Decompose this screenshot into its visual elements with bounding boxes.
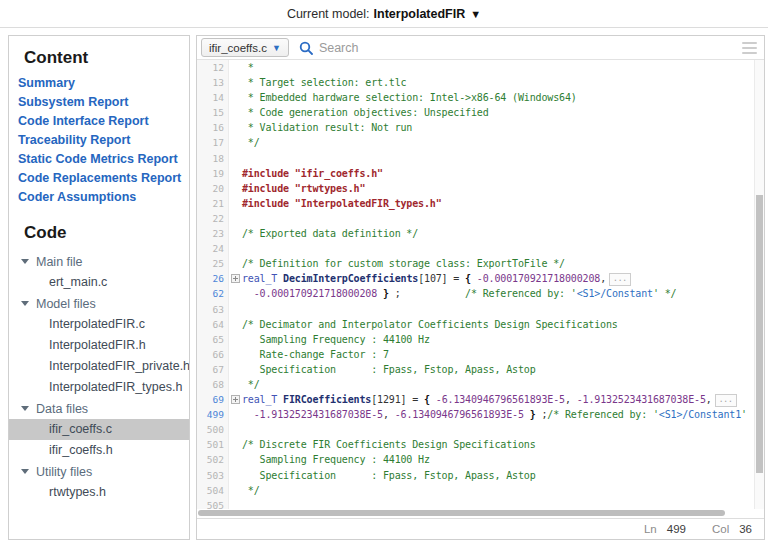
column-number-value: 36 bbox=[739, 523, 752, 535]
file-selector-label: ifir_coeffs.c bbox=[209, 42, 267, 54]
line-label: Ln bbox=[644, 523, 657, 535]
line-number: 22 bbox=[197, 211, 229, 226]
code-lines: 12 *13 * Target selection: ert.tlc14 * E… bbox=[197, 60, 754, 509]
code-line: 69real_T FIRCoefficients[1291] = { -6.13… bbox=[197, 392, 754, 407]
file-item-interpolatedfir-types-h[interactable]: InterpolatedFIR_types.h bbox=[9, 377, 189, 398]
code-reference-link[interactable]: <S1>/Constant1 bbox=[659, 409, 741, 420]
fold-column bbox=[229, 105, 242, 120]
collapse-triangle-icon bbox=[21, 406, 29, 411]
fold-column bbox=[229, 332, 242, 347]
code-line: 19#include "ifir_coeffs.h" bbox=[197, 166, 754, 181]
code-line: 20#include "rtwtypes.h" bbox=[197, 181, 754, 196]
code-text: -0.000170921718000208 } ; /* Referenced … bbox=[242, 286, 676, 301]
collapse-triangle-icon bbox=[21, 301, 29, 306]
code-line: 66 Rate-change Factor : 7 bbox=[197, 347, 754, 362]
code-line: 14 * Embedded hardware selection: Intel-… bbox=[197, 90, 754, 105]
code-fold-expand-icon[interactable] bbox=[231, 395, 240, 404]
code-fold-expand-icon[interactable] bbox=[231, 274, 240, 283]
file-item-rtwtypes-h[interactable]: rtwtypes.h bbox=[9, 482, 189, 503]
code-line: 12 * bbox=[197, 60, 754, 75]
code-reference-link[interactable]: <S1>/Constant bbox=[577, 288, 653, 299]
line-number: 18 bbox=[197, 151, 229, 166]
file-item-ert-main-c[interactable]: ert_main.c bbox=[9, 272, 189, 293]
tree-section-main-file[interactable]: Main file bbox=[9, 251, 189, 272]
code-line: 26real_T DecimInterpCoefficients[107] = … bbox=[197, 271, 754, 286]
line-number: 65 bbox=[197, 332, 229, 347]
content-link-static-code-metrics-report[interactable]: Static Code Metrics Report bbox=[18, 150, 189, 169]
line-number: 64 bbox=[197, 317, 229, 332]
code-line: 67 Specification : Fpass, Fstop, Apass, … bbox=[197, 362, 754, 377]
line-number: 15 bbox=[197, 105, 229, 120]
code-viewer: 12 *13 * Target selection: ert.tlc14 * E… bbox=[197, 60, 764, 509]
fold-column bbox=[229, 151, 242, 166]
code-line: 65 Sampling Frequency : 44100 Hz bbox=[197, 332, 754, 347]
search-input[interactable] bbox=[319, 41, 733, 55]
line-number: 19 bbox=[197, 166, 229, 181]
content-link-code-interface-report[interactable]: Code Interface Report bbox=[18, 112, 189, 131]
line-number: 20 bbox=[197, 181, 229, 196]
line-number: 505 bbox=[197, 498, 229, 509]
line-number: 62 bbox=[197, 286, 229, 301]
code-line: 62 -0.000170921718000208 } ; /* Referenc… bbox=[197, 286, 754, 301]
file-item-interpolatedfir-c[interactable]: InterpolatedFIR.c bbox=[9, 314, 189, 335]
content-link-traceability-report[interactable]: Traceability Report bbox=[18, 131, 189, 150]
fold-column bbox=[229, 407, 242, 422]
menu-icon[interactable] bbox=[741, 39, 758, 57]
content-heading: Content bbox=[9, 42, 189, 72]
code-text: #include "ifir_coeffs.h" bbox=[242, 166, 383, 181]
code-text: Specification : Fpass, Fstop, Apass, Ast… bbox=[242, 468, 536, 483]
horizontal-scrollbar-thumb[interactable] bbox=[198, 510, 725, 516]
code-text: #include "rtwtypes.h" bbox=[242, 181, 365, 196]
model-selector[interactable]: Current model: InterpolatedFIR ▼ bbox=[0, 0, 768, 28]
content-link-summary[interactable]: Summary bbox=[18, 74, 189, 93]
code-text: */ bbox=[242, 377, 260, 392]
tree-section-label: Model files bbox=[36, 297, 96, 311]
collapsed-code-ellipsis[interactable]: ... bbox=[609, 273, 631, 286]
fold-column bbox=[229, 120, 242, 135]
code-line: 17 */ bbox=[197, 135, 754, 150]
file-item-ifir-coeffs-c[interactable]: ifir_coeffs.c bbox=[9, 419, 189, 440]
line-number: 14 bbox=[197, 90, 229, 105]
horizontal-scrollbar[interactable] bbox=[197, 509, 764, 518]
code-text: * Validation result: Not run bbox=[242, 120, 412, 135]
content-link-code-replacements-report[interactable]: Code Replacements Report bbox=[18, 169, 189, 188]
code-line: 21#include "InterpolatedFIR_types.h" bbox=[197, 196, 754, 211]
tree-section-data-files[interactable]: Data files bbox=[9, 398, 189, 419]
model-dropdown-caret-icon: ▼ bbox=[470, 8, 481, 20]
tree-section-utility-files[interactable]: Utility files bbox=[9, 461, 189, 482]
fold-column bbox=[229, 226, 242, 241]
line-number: 502 bbox=[197, 452, 229, 467]
file-item-interpolatedfir-private-h[interactable]: InterpolatedFIR_private.h bbox=[9, 356, 189, 377]
fold-column bbox=[229, 302, 242, 317]
line-number: 69 bbox=[197, 392, 229, 407]
code-text: real_T FIRCoefficients[1291] = { -6.1340… bbox=[242, 392, 737, 407]
content-link-subsystem-report[interactable]: Subsystem Report bbox=[18, 93, 189, 112]
tree-section-model-files[interactable]: Model files bbox=[9, 293, 189, 314]
line-number: 501 bbox=[197, 437, 229, 452]
file-item-ifir-coeffs-h[interactable]: ifir_coeffs.h bbox=[9, 440, 189, 461]
code-line: 505 bbox=[197, 498, 754, 509]
file-selector-dropdown[interactable]: ifir_coeffs.c ▼ bbox=[201, 38, 289, 57]
line-number: 13 bbox=[197, 75, 229, 90]
code-line: 63 bbox=[197, 302, 754, 317]
column-label: Col bbox=[712, 523, 729, 535]
file-item-interpolatedfir-h[interactable]: InterpolatedFIR.h bbox=[9, 335, 189, 356]
collapsed-code-ellipsis[interactable]: ... bbox=[715, 394, 737, 407]
line-number: 500 bbox=[197, 422, 229, 437]
vertical-scrollbar-thumb[interactable] bbox=[756, 195, 763, 473]
fold-column bbox=[229, 181, 242, 196]
line-number: 67 bbox=[197, 362, 229, 377]
line-number: 63 bbox=[197, 302, 229, 317]
sidebar: Content SummarySubsystem ReportCode Inte… bbox=[8, 35, 190, 540]
content-link-coder-assumptions[interactable]: Coder Assumptions bbox=[18, 188, 189, 207]
fold-column bbox=[229, 135, 242, 150]
code-text: /* Definition for custom storage class: … bbox=[242, 256, 565, 271]
fold-column bbox=[229, 166, 242, 181]
code-line: 23/* Exported data definition */ bbox=[197, 226, 754, 241]
status-bar: Ln 499 Col 36 bbox=[197, 518, 764, 539]
collapse-triangle-icon bbox=[21, 469, 29, 474]
vertical-scrollbar[interactable] bbox=[754, 60, 764, 509]
line-number-value: 499 bbox=[667, 523, 686, 535]
code-text: Sampling Frequency : 44100 Hz bbox=[242, 452, 430, 467]
code-line: 503 Specification : Fpass, Fstop, Apass,… bbox=[197, 468, 754, 483]
